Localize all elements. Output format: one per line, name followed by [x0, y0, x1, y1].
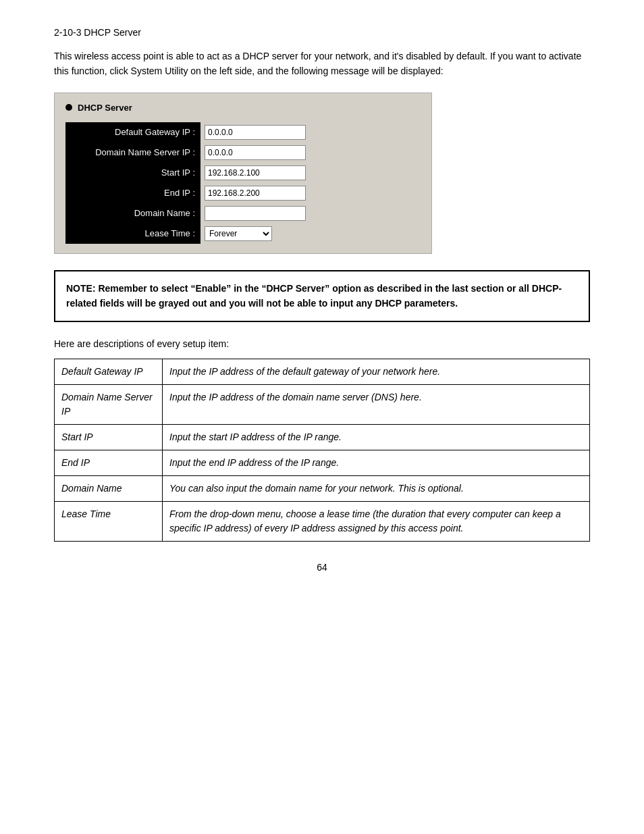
table-row: Default Gateway IP Input the IP address …: [55, 359, 590, 384]
table-row: Lease Time : Forever 1 Hour 2 Hours 4 Ho…: [65, 224, 421, 244]
dhcp-server-panel: DHCP Server Default Gateway IP : Domain …: [54, 93, 432, 254]
desc-text-lease-time: From the drop-down menu, choose a lease …: [163, 501, 590, 541]
field-label-dns-ip: Domain Name Server IP :: [65, 142, 200, 163]
dns-ip-input[interactable]: [205, 145, 306, 160]
table-row: Start IP :: [65, 163, 421, 183]
field-cell-end-ip: [200, 183, 421, 203]
table-row: Domain Name Server IP Input the IP addre…: [55, 384, 590, 424]
desc-item-default-gateway: Default Gateway IP: [55, 359, 163, 384]
bullet-icon: [65, 104, 72, 111]
table-row: End IP :: [65, 183, 421, 203]
desc-item-domain-name: Domain Name: [55, 475, 163, 501]
desc-text-default-gateway: Input the IP address of the default gate…: [163, 359, 590, 384]
field-cell-domain-name: [200, 203, 421, 224]
field-cell-lease-time: Forever 1 Hour 2 Hours 4 Hours 8 Hours 2…: [200, 224, 421, 244]
table-row: Domain Name Server IP :: [65, 142, 421, 163]
field-cell-dns-ip: [200, 142, 421, 163]
table-row: End IP Input the end IP address of the I…: [55, 450, 590, 475]
desc-intro-text: Here are descriptions of every setup ite…: [54, 338, 590, 349]
dhcp-panel-header: DHCP Server: [65, 103, 421, 113]
lease-time-select[interactable]: Forever 1 Hour 2 Hours 4 Hours 8 Hours 2…: [205, 226, 272, 241]
desc-item-start-ip: Start IP: [55, 424, 163, 450]
desc-item-dns: Domain Name Server IP: [55, 384, 163, 424]
page-number: 64: [54, 562, 590, 573]
section-title: 2-10-3 DHCP Server: [54, 27, 590, 38]
dhcp-panel-title: DHCP Server: [78, 103, 132, 113]
default-gateway-input[interactable]: [205, 125, 306, 140]
desc-text-end-ip: Input the end IP address of the IP range…: [163, 450, 590, 475]
table-row: Domain Name :: [65, 203, 421, 224]
field-label-end-ip: End IP :: [65, 183, 200, 203]
field-label-start-ip: Start IP :: [65, 163, 200, 183]
end-ip-input[interactable]: [205, 186, 306, 201]
field-cell-start-ip: [200, 163, 421, 183]
table-row: Default Gateway IP :: [65, 122, 421, 142]
table-row: Lease Time From the drop-down menu, choo…: [55, 501, 590, 541]
desc-text-domain-name: You can also input the domain name for y…: [163, 475, 590, 501]
dhcp-fields-table: Default Gateway IP : Domain Name Server …: [65, 122, 421, 244]
desc-item-lease-time: Lease Time: [55, 501, 163, 541]
desc-item-end-ip: End IP: [55, 450, 163, 475]
field-cell-default-gateway: [200, 122, 421, 142]
start-ip-input[interactable]: [205, 165, 306, 180]
field-label-lease-time: Lease Time :: [65, 224, 200, 244]
desc-text-start-ip: Input the start IP address of the IP ran…: [163, 424, 590, 450]
domain-name-input[interactable]: [205, 206, 306, 221]
field-label-domain-name: Domain Name :: [65, 203, 200, 224]
field-label-default-gateway: Default Gateway IP :: [65, 122, 200, 142]
description-table: Default Gateway IP Input the IP address …: [54, 359, 590, 542]
note-text: NOTE: Remember to select “Enable” in the…: [66, 283, 562, 309]
desc-text-dns: Input the IP address of the domain name …: [163, 384, 590, 424]
note-box: NOTE: Remember to select “Enable” in the…: [54, 270, 590, 322]
intro-text: This wireless access point is able to ac…: [54, 49, 590, 79]
table-row: Start IP Input the start IP address of t…: [55, 424, 590, 450]
table-row: Domain Name You can also input the domai…: [55, 475, 590, 501]
